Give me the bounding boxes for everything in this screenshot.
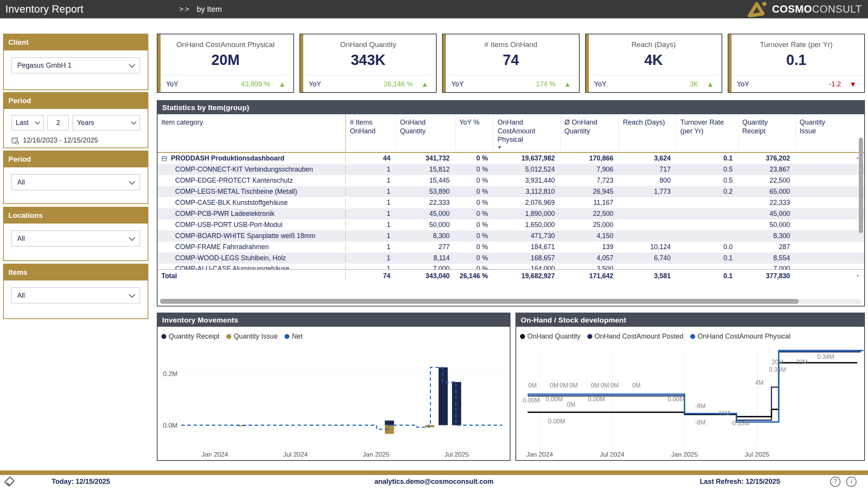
statistics-panel-title: Statistics by Item(group) <box>158 101 864 114</box>
item-category-cell: COMP-WOOD-LEGS Stuhlbein, Holz <box>158 254 346 262</box>
value-cell: 8,300 <box>738 232 795 240</box>
table-vertical-scrollbar[interactable] <box>859 138 863 233</box>
column-header[interactable]: Quantity Receipt <box>738 114 795 152</box>
table-row[interactable]: COMP-CASE-BLK Kunststoffgehäuse122,3330 … <box>158 197 864 208</box>
item-category-cell: COMP-LEGS-METAL Tischbeine (Metall) <box>158 188 346 196</box>
kpi-gold-stripe <box>728 34 731 92</box>
legend-item: OnHand Quantity <box>520 332 580 340</box>
table-horizontal-scrollbar[interactable] <box>160 299 799 304</box>
kpi-title: OnHand CostAmount Physical <box>158 41 293 49</box>
kpi-card-2[interactable]: OnHand Quantity343KYoY26,146 %▲ <box>299 34 437 93</box>
kpi-row: OnHand CostAmount Physical20MYoY43,809 %… <box>157 34 865 93</box>
period-select[interactable]: All <box>11 174 140 190</box>
value-cell: 277 <box>396 243 455 251</box>
column-header[interactable]: OnHand CostAmount Physical▼ <box>493 114 560 152</box>
total-cell: Total <box>158 272 346 280</box>
info-icon[interactable]: i <box>846 477 857 487</box>
brand-wordmark: COSMOCONSULT <box>772 3 862 15</box>
svg-text:0M: 0M <box>550 382 558 389</box>
value-cell: 26,945 <box>560 188 619 196</box>
legend-label: OnHand CostAmount Physical <box>697 332 790 340</box>
inventory-movements-chart[interactable]: 0.2M0.0MJan 2024Jul 2024Jan 2025Jul 2025 <box>158 342 509 461</box>
page-subtitle: by Item <box>197 5 222 14</box>
legend-item: OnHand CostAmount Posted <box>587 332 683 340</box>
value-cell: 0.1 <box>676 254 738 262</box>
value-cell: 15,445 <box>396 177 455 185</box>
value-cell: 1 <box>346 177 396 185</box>
stock-development-chart[interactable]: Jan 2024Jul 2024Jan 2025Jul 20250M0M0M0M… <box>516 342 863 461</box>
kpi-card-1[interactable]: OnHand CostAmount Physical20MYoY43,809 %… <box>157 34 294 93</box>
filter-card-period: Period All <box>3 151 148 204</box>
table-row[interactable]: COMP-WOOD-LEGS Stuhlbein, Holz18,1140 %1… <box>158 253 864 264</box>
table-row[interactable]: COMP-ALU-CASE Aluminiumgehäuse17,0000 %1… <box>158 264 864 269</box>
collapse-icon[interactable]: ⊟ <box>161 155 167 162</box>
value-cell: 4,150 <box>560 232 619 240</box>
item-category-cell: COMP-CASE-BLK Kunststoffgehäuse <box>158 199 346 207</box>
svg-text:Jan 2024: Jan 2024 <box>202 451 228 458</box>
item-category-label: COMP-PCB-PWR Ladeelektronik <box>175 210 275 218</box>
kpi-card-3[interactable]: # Items OnHand74YoY174 %▲ <box>442 34 579 93</box>
table-row[interactable]: COMP-FRAME Fahrradrahmen12770 %184,67113… <box>158 242 864 253</box>
locations-select[interactable]: All <box>11 230 140 246</box>
column-header[interactable]: Ø OnHand Quantity <box>560 114 619 152</box>
value-cell: 8,554 <box>738 254 795 262</box>
value-cell: 1 <box>346 188 396 196</box>
svg-text:0.00M: 0.00M <box>523 397 540 404</box>
value-cell: 0 % <box>455 232 493 240</box>
period-date-range: 12/16/2023 - 12/15/2025 <box>23 136 98 144</box>
value-cell: 1 <box>346 221 396 229</box>
column-header[interactable]: Turnover Rate (per Yr) <box>676 114 738 152</box>
table-body: ⊟PRODDASH Produktionsdashboard44341,7320… <box>158 153 864 269</box>
table-row[interactable]: COMP-BOARD-WHITE Spanplatte weiß 18mm18,… <box>158 230 864 242</box>
locations-select-value: All <box>17 235 25 243</box>
trend-up-icon: ▲ <box>421 81 429 88</box>
table-group-row[interactable]: ⊟PRODDASH Produktionsdashboard44341,7320… <box>158 153 864 164</box>
client-select[interactable]: Pegasus GmbH 1 <box>11 57 140 73</box>
period-count-input[interactable]: 2 <box>47 115 69 130</box>
table-row[interactable]: COMP-PCB-PWR Ladeelektronik145,0000 %1,8… <box>158 208 864 219</box>
kpi-yoy-label: YoY <box>166 80 178 88</box>
value-cell: 184,671 <box>493 243 560 251</box>
value-cell: 1,890,000 <box>493 210 560 218</box>
value-cell: 0 % <box>455 199 493 207</box>
total-cell: 19,682,927 <box>493 272 560 280</box>
kpi-card-4[interactable]: Reach (Days)4KYoY3K▲ <box>585 34 722 93</box>
value-cell: · <box>795 154 864 162</box>
kpi-divider <box>590 75 721 75</box>
filter-label: Period <box>4 151 148 167</box>
column-header[interactable]: YoY % <box>455 114 493 152</box>
table-row[interactable]: COMP-CONNECT-KIT Verbindungsschrauben115… <box>158 164 864 175</box>
kpi-yoy-value: 174 % <box>536 80 556 88</box>
value-cell: 1 <box>346 254 396 262</box>
legend-item: Net <box>284 332 302 340</box>
column-header[interactable]: Quantity Issue <box>795 114 864 152</box>
kpi-title: Reach (Days) <box>586 41 722 49</box>
period-mode-value: Last <box>16 119 29 127</box>
period-unit-select[interactable]: Years <box>73 115 140 130</box>
table-row[interactable]: COMP-LEGS-METAL Tischbeine (Metall)153,8… <box>158 186 864 197</box>
legend-dot-icon <box>161 334 166 339</box>
column-header[interactable]: # Items OnHand <box>346 114 396 152</box>
svg-text:0M: 0M <box>591 382 599 389</box>
inventory-movements-legend: Quantity ReceiptQuantity IssueNet <box>158 327 510 342</box>
kpi-divider <box>447 75 578 75</box>
table-row[interactable]: COMP-EDGE-PROTECT Kantenschutz115,4450 %… <box>158 175 864 186</box>
table-row[interactable]: COMP-USB-PORT USB-Port-Modul150,0000 %1,… <box>158 219 864 230</box>
period-select-value: All <box>17 178 25 186</box>
value-cell: 45,000 <box>738 210 795 218</box>
total-cell: 171,642 <box>560 272 619 280</box>
footer-gold-bar <box>0 470 868 475</box>
help-icon[interactable]: ? <box>830 477 840 487</box>
kpi-divider <box>161 75 293 75</box>
value-cell: 7,000 <box>738 265 795 269</box>
column-header[interactable]: Item category <box>158 114 346 152</box>
items-select[interactable]: All <box>11 287 140 303</box>
period-mode-select[interactable]: Last <box>11 115 44 130</box>
kpi-card-5[interactable]: Turnover Rate (per Yr)0.1YoY-1.2▼ <box>728 34 865 93</box>
value-cell: 7,906 <box>560 165 619 173</box>
column-header[interactable]: Reach (Days) <box>619 114 676 152</box>
column-header[interactable]: OnHand Quantity <box>396 114 455 152</box>
top-bar: Inventory Report >> by Item COSMOCONSULT <box>0 0 868 18</box>
value-cell: 7,723 <box>560 177 619 185</box>
kpi-value: 0.1 <box>728 52 864 68</box>
